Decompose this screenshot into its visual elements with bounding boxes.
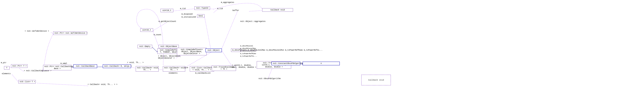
- node-obsspdalgorithm: ns3::ConstantObssPdAlgorithm: [272, 62, 300, 65]
- label-uint8-double: < uint8_t, double,bool, double, double >: [232, 64, 256, 68]
- svg-line-37: [222, 11, 238, 48]
- svg-line-10: [51, 32, 53, 33]
- label-m-initialized: m_initialized: [182, 16, 196, 18]
- node-callback-void-th3: ns3::Callback< void,Th... >: [163, 66, 185, 72]
- label-mumpl: m_umpl: [60, 63, 67, 65]
- node-bool: bool: [197, 14, 204, 18]
- node-T: T: [4, 66, 10, 70]
- label-m-resetevent: ns3::ObssPdAlgorithm: [258, 78, 280, 80]
- label-m-tid2: m_tid: [217, 8, 223, 10]
- svg-line-11: [37, 83, 88, 86]
- svg-line-38: [249, 10, 262, 11]
- node-typeid: ns3::TypeId: [194, 6, 210, 10]
- node-callback-void-th: ns3::Callback< void,Th... >: [136, 66, 158, 72]
- label-object-objectbase: < Object, ObjectBase,ObjectDeleter >: [158, 55, 181, 59]
- svg-line-25: [222, 51, 232, 66]
- svg-line-1: [12, 75, 18, 82]
- label-callback-void-th2: < Callback< void, Th... > >: [88, 84, 117, 86]
- node-ptr-callbackimpl: ns3::Ptr< ns3::CallbackImplBase >: [43, 65, 72, 70]
- arrows-svg: [0, 0, 644, 95]
- label-elements: elements: [2, 73, 11, 75]
- svg-line-22: [204, 16, 211, 50]
- node-ptr-t: ns3::Ptr< T >: [11, 64, 28, 68]
- node-double: m_obssPdLevel m_obssPdLevelMax m_obssPdL…: [231, 48, 241, 52]
- label-m-tid: m_tid: [180, 8, 186, 10]
- diagram-container: T elements m_ptr ns3::Ptr< T > < ns3::Ca…: [0, 0, 644, 95]
- svg-line-9: [131, 67, 136, 68]
- label-n: m_aggregates: [221, 1, 234, 3]
- svg-line-23: [153, 22, 167, 31]
- label-m-disposed: m_disposed: [182, 13, 192, 15]
- label-buffer: ns3::Object::Aggregates: [240, 20, 266, 22]
- label-elements2: elements: [169, 72, 178, 74]
- svg-line-21: [214, 9, 217, 13]
- callback-void-label: Callback void: [362, 75, 391, 85]
- svg-line-2: [19, 68, 24, 72]
- node-stdlist-t: std::list< T >: [18, 80, 36, 84]
- node-uint16-t: uint16_t: [160, 9, 173, 12]
- node-callbackbase: ns3::CallbackBase: [73, 64, 97, 68]
- label-wifinetdevice: < ns3::WifiNetDevice >: [25, 30, 49, 32]
- node-callback-r-uargs: ns3::Callback< R, UArgs >: [103, 64, 131, 68]
- node-uint32-t: uint32_t: [140, 28, 153, 32]
- label-m-aggregates: buffer: [232, 9, 239, 11]
- label-mptr: m_ptr: [1, 62, 6, 64]
- node-ns3-empty: ns3::Empty: [138, 45, 152, 48]
- label-m-callbacklist: m_callbackList: [195, 72, 211, 74]
- node-object-aggregates: Callback void: [262, 8, 293, 12]
- node-wifinetdevice-ptr: ns3::Ptr< ns3::WifiNetDevice >: [53, 31, 87, 35]
- node-objectbase: ns3::ObjectBase: [158, 45, 179, 48]
- node-ns3-object: ns3::Object: [206, 48, 222, 52]
- node-constantobsspd: n: [302, 62, 340, 65]
- svg-line-20: [210, 9, 214, 9]
- node-simplerefcount-obj: ns3::SimpleRefCount<Object, ObjectBase,O…: [177, 48, 207, 55]
- label-m-obsspd: m_obssPdLevelm_obssPdLevelMaxm_obssPdLev…: [240, 45, 257, 58]
- label-void-th: < void, Th... >: [127, 62, 144, 64]
- label-m-getobjectcount: m_getObjectCount: [158, 20, 176, 22]
- node-stdlist-callback: std::list< Callback< void, Th... > >: [190, 66, 214, 72]
- label-m-count: m_count: [154, 34, 161, 36]
- svg-line-12: [152, 47, 157, 52]
